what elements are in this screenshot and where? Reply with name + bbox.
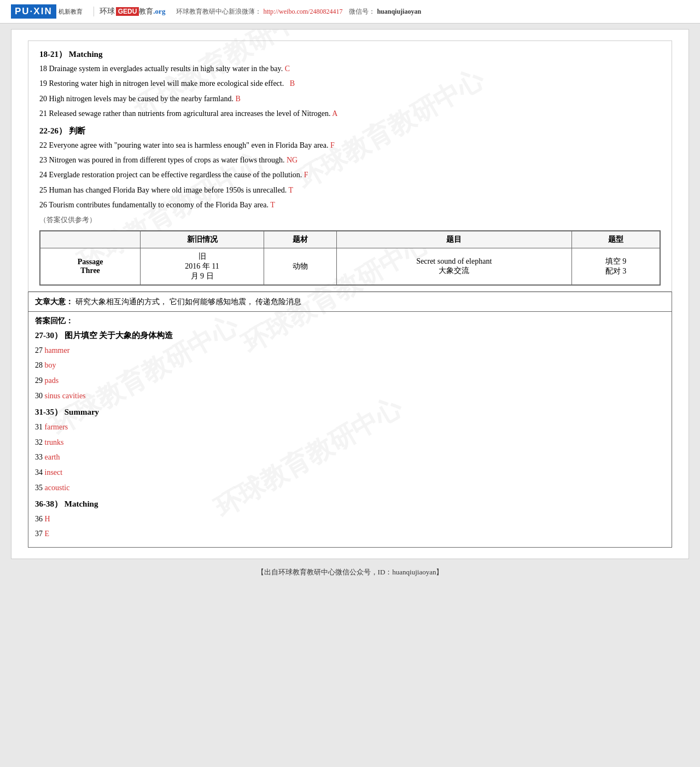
answer-29: 29 pads: [35, 374, 665, 387]
puxin-logo-text: PU·XIN: [11, 4, 56, 19]
answer-35: 35 acoustic: [35, 481, 665, 495]
answer-27: 27 hammer: [35, 344, 665, 357]
header-weibo: 环球教育教研中心新浪微薄： http://weibo.com/248082441…: [176, 7, 421, 16]
gedu-badge: GEDU: [116, 7, 139, 16]
question-19: 19 Restoring water high in nitrogen leve…: [39, 78, 661, 90]
footer-text: 【出自环球教育教研中心微信公众号，ID：huanqiujiaoyan】: [257, 568, 444, 576]
answer-28: 28 boy: [35, 359, 665, 372]
weixin-id: huanqiujiaoyan: [377, 8, 421, 15]
passage-info-table-wrapper: 新旧情况 题材 题目 题型 PassageThree 旧2016 年 11月 9…: [39, 230, 661, 286]
table-cell-title: Secret sound of elephant大象交流: [336, 248, 571, 284]
logo-puxin: PU·XIN 机新教育: [11, 4, 83, 19]
table-cell-topic: 动物: [264, 248, 337, 284]
table-header-blank: [40, 231, 141, 248]
answer-37: 37 E: [35, 527, 665, 541]
answers-heading: 答案回忆：: [35, 316, 665, 326]
table-cell-date: 旧2016 年 11月 9 日: [141, 248, 264, 284]
question-20: 20 High nitrogen levels may be caused by…: [39, 93, 661, 105]
footer: 【出自环球教育教研中心微信公众号，ID：huanqiujiaoyan】: [0, 567, 700, 577]
huanqiu-text: 环球: [100, 7, 115, 16]
table-header-col4: 题型: [571, 231, 660, 248]
question-21: 21 Released sewage rather than nutrients…: [39, 108, 661, 120]
heading-2226: 22-26） 判断: [39, 126, 661, 136]
sub-heading-3135: 31-35） Summary: [35, 407, 665, 417]
question-18: 18 Drainage system in everglades actuall…: [39, 63, 661, 75]
sub-heading-2730: 27-30） 图片填空 关于大象的身体构造: [35, 330, 665, 341]
sub-heading-3638: 36-38） Matching: [35, 499, 665, 509]
puxin-subtext: 机新教育: [59, 8, 83, 16]
weibo-label: 环球教育教研中心新浪微薄：: [176, 8, 261, 15]
question-23: 23 Nitrogen was poured in from different…: [39, 154, 661, 166]
table-header-col1: 新旧情况: [141, 231, 264, 248]
jiaoyu-text: 教育: [139, 7, 153, 16]
question-24: 24 Everglade restoration project can be …: [39, 169, 661, 181]
org-text: .org: [153, 7, 165, 16]
content-area: 18-21） Matching 18 Drainage system in ev…: [28, 40, 672, 548]
weibo-url: http://weibo.com/2480824417: [263, 8, 342, 15]
answer-33: 33 earth: [35, 451, 665, 464]
table-header-col2: 题材: [264, 231, 337, 248]
passage-label: PassageThree: [40, 248, 141, 284]
passage-info-table: 新旧情况 题材 题目 题型 PassageThree 旧2016 年 11月 9…: [40, 231, 660, 285]
main-content: 环球教育教研中心 环球教育教研中心 环球教育教研中心 环球教育教研中心 环球教育…: [11, 29, 689, 559]
answer-31: 31 farmers: [35, 421, 665, 434]
table-cell-type: 填空 9配对 3: [571, 248, 660, 284]
summary-text: 研究大象相互沟通的方式， 它们如何能够感知地震， 传递危险消息: [75, 298, 301, 306]
answer-34: 34 insect: [35, 466, 665, 479]
question-22: 22 Everyone agree with "pouring water in…: [39, 140, 661, 152]
question-25: 25 Human has changed Florida Bay where o…: [39, 184, 661, 196]
answer-36: 36 H: [35, 513, 665, 526]
table-header-col3: 题目: [336, 231, 571, 248]
answers-section: 答案回忆： 27-30） 图片填空 关于大象的身体构造 27 hammer 28…: [28, 312, 672, 548]
logo-huanqiu: 环球 GEDU 教育 .org: [94, 7, 166, 16]
header: PU·XIN 机新教育 环球 GEDU 教育 .org 环球教育教研中心新浪微薄…: [0, 0, 700, 24]
weixin-label: 微信号：: [349, 8, 375, 15]
question-26: 26 Tourism contributes fundamentally to …: [39, 199, 661, 211]
article-summary: 文章大意： 研究大象相互沟通的方式， 它们如何能够感知地震， 传递危险消息: [28, 292, 672, 312]
heading-1821: 18-21） Matching: [39, 49, 661, 60]
answer-32: 32 trunks: [35, 436, 665, 449]
summary-heading: 文章大意：: [35, 298, 73, 306]
page-wrapper: PU·XIN 机新教育 环球 GEDU 教育 .org 环球教育教研中心新浪微薄…: [0, 0, 700, 583]
answer-30: 30 sinus cavities: [35, 390, 665, 403]
answer-note: （答案仅供参考）: [39, 215, 661, 225]
upper-questions-section: 18-21） Matching 18 Drainage system in ev…: [28, 40, 672, 292]
